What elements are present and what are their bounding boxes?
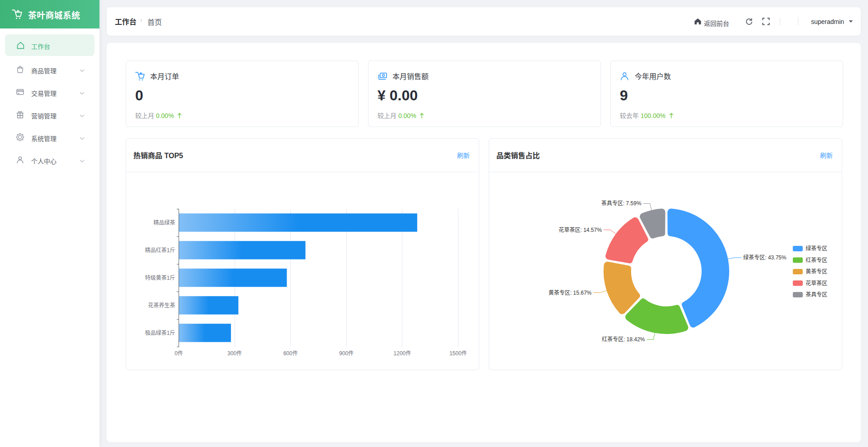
svg-text:精品绿茶: 精品绿茶 xyxy=(153,219,175,226)
svg-text:900件: 900件 xyxy=(339,350,354,357)
svg-text:1200件: 1200件 xyxy=(394,350,411,357)
svg-text:绿茶专区: 43.75%: 绿茶专区: 43.75% xyxy=(743,254,787,261)
svg-text:极品绿茶1斤: 极品绿茶1斤 xyxy=(145,329,175,336)
svg-text:0件: 0件 xyxy=(175,350,183,357)
svg-text:300件: 300件 xyxy=(227,350,242,357)
svg-text:红茶专区: 红茶专区 xyxy=(806,257,827,263)
svg-text:黄茶专区: 黄茶专区 xyxy=(806,268,827,275)
svg-text:红茶专区: 18.42%: 红茶专区: 18.42% xyxy=(602,336,645,343)
svg-text:1500件: 1500件 xyxy=(449,350,467,357)
svg-text:茶具专区: 茶具专区 xyxy=(806,291,827,298)
svg-text:花草茶区: 14.57%: 花草茶区: 14.57% xyxy=(559,226,602,233)
svg-text:花茶养生茶: 花茶养生茶 xyxy=(148,302,175,309)
svg-text:花草茶区: 花草茶区 xyxy=(806,280,827,287)
svg-text:特级黄茶1斤: 特级黄茶1斤 xyxy=(145,274,175,281)
svg-text:茶具专区: 7.59%: 茶具专区: 7.59% xyxy=(601,200,642,207)
svg-text:绿茶专区: 绿茶专区 xyxy=(806,245,827,252)
svg-text:600件: 600件 xyxy=(283,350,298,357)
svg-text:精品红茶1斤: 精品红茶1斤 xyxy=(145,247,175,254)
svg-text:黄茶专区: 15.67%: 黄茶专区: 15.67% xyxy=(548,289,592,296)
